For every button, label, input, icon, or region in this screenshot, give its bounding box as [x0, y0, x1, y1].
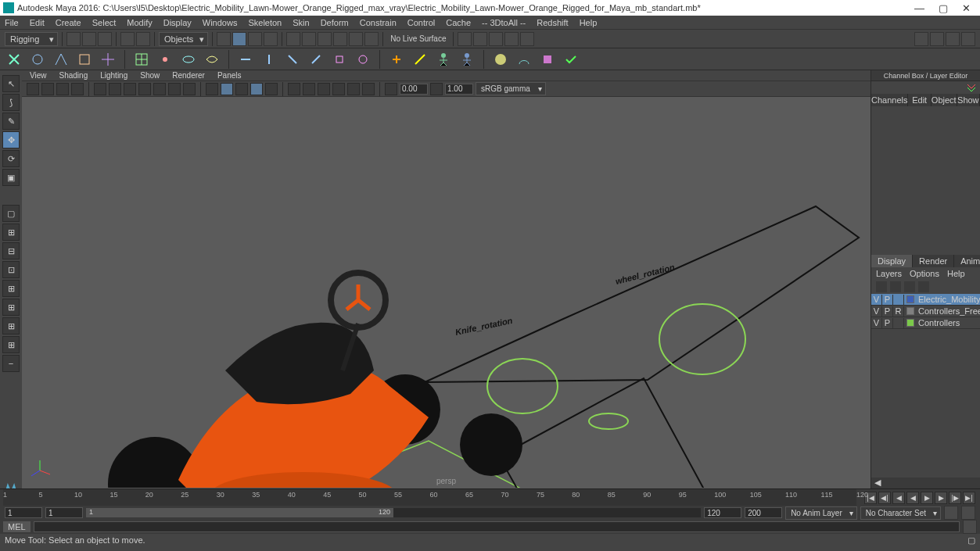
shelf-paint3-icon[interactable]: [538, 50, 557, 69]
channel-tab-object[interactable]: Object: [932, 94, 957, 106]
layout-four[interactable]: ⊞: [2, 224, 20, 241]
panel-layout-1-button[interactable]: [914, 32, 928, 46]
range-slider[interactable]: [86, 508, 701, 517]
time-ruler[interactable]: 1510152025303540455055606570758085909510…: [3, 489, 856, 506]
panel-menu-view[interactable]: View: [30, 71, 47, 80]
layer-play[interactable]: P: [882, 295, 893, 305]
menu-help[interactable]: Help: [580, 18, 598, 27]
layer-menu-help[interactable]: Help: [947, 269, 965, 278]
selection-mode[interactable]: Objects: [159, 32, 208, 46]
cmd-input[interactable]: [34, 521, 960, 532]
layer-move-up[interactable]: [876, 281, 887, 292]
menu-modify[interactable]: Modify: [127, 18, 152, 27]
layer-tab-anim[interactable]: Anim: [954, 255, 980, 267]
vp-textured[interactable]: [235, 83, 248, 95]
vp-resolution-gate[interactable]: [124, 83, 136, 95]
vp-bookmark[interactable]: [56, 83, 69, 95]
menu-control[interactable]: Control: [407, 18, 435, 27]
play-forward-button[interactable]: ▶: [921, 492, 933, 504]
vp-aa[interactable]: [362, 83, 375, 95]
menu-skeleton[interactable]: Skeleton: [248, 18, 282, 27]
layer-play[interactable]: P: [882, 318, 893, 328]
layout-add[interactable]: −: [2, 355, 20, 372]
vp-safe-title[interactable]: [183, 83, 196, 95]
step-back-button[interactable]: ◀: [892, 492, 905, 504]
render-view-button[interactable]: [504, 32, 519, 46]
menu-create[interactable]: Create: [56, 18, 81, 27]
layer-menu-layers[interactable]: Layers: [876, 269, 902, 278]
layer-vis[interactable]: V: [871, 306, 882, 317]
menu-select[interactable]: Select: [92, 18, 117, 27]
menu-file[interactable]: File: [5, 18, 19, 27]
undo-button[interactable]: [120, 32, 135, 46]
layer-row[interactable]: VPRControllers_Freeze: [871, 306, 980, 317]
channel-tab-channels[interactable]: Channels: [871, 94, 908, 106]
menu-windows[interactable]: Windows: [203, 18, 238, 27]
layer-move-down[interactable]: [890, 281, 901, 292]
shelf-human2-icon[interactable]: [458, 50, 476, 69]
menu-constrain[interactable]: Constrain: [360, 18, 397, 27]
vp-isolate[interactable]: [288, 83, 300, 95]
vp-wireframe[interactable]: [206, 83, 218, 95]
history-opt-button[interactable]: [333, 32, 347, 46]
layout-custom1[interactable]: ⊞: [2, 299, 20, 316]
snap-grid-button[interactable]: [217, 32, 231, 46]
snap-plane-button[interactable]: [264, 32, 278, 46]
channel-tab-show[interactable]: Show: [957, 94, 980, 106]
vp-gamma-icon[interactable]: [430, 83, 443, 95]
range-end-input[interactable]: [745, 507, 782, 518]
vp-select-camera[interactable]: [27, 83, 39, 95]
layout-single[interactable]: ▢: [2, 205, 20, 222]
shelf-paint1-icon[interactable]: [491, 50, 510, 69]
snap-point-button[interactable]: [248, 32, 262, 46]
shelf-wand-icon[interactable]: [411, 50, 429, 69]
menu-cache[interactable]: Cache: [446, 18, 471, 27]
vp-image-plane[interactable]: [71, 83, 84, 95]
rotate-tool[interactable]: ⟳: [2, 150, 20, 167]
vp-ao[interactable]: [332, 83, 345, 95]
menu-display[interactable]: Display: [163, 18, 192, 27]
vp-safe-action[interactable]: [168, 83, 181, 95]
layer-ref[interactable]: R: [893, 306, 904, 317]
ipr-button[interactable]: [473, 32, 487, 46]
layout-two-h[interactable]: ⊟: [2, 242, 20, 259]
layer-color[interactable]: [906, 295, 914, 303]
maximize-button[interactable]: ▢: [939, 2, 948, 14]
viewport[interactable]: Knife_rotation wheel_rotation persp: [22, 97, 871, 488]
character-set-dropdown[interactable]: No Character Set: [860, 506, 941, 520]
shelf-constraint4-icon[interactable]: [307, 50, 325, 69]
shelf-check-icon[interactable]: [562, 50, 580, 69]
step-back-key-button[interactable]: ◀|: [878, 492, 891, 504]
layer-new-empty[interactable]: [904, 281, 915, 292]
layer-tab-render[interactable]: Render: [913, 255, 954, 267]
layer-color[interactable]: [906, 319, 914, 327]
vp-motion-blur[interactable]: [347, 83, 360, 95]
range-start-input[interactable]: [5, 507, 42, 518]
step-forward-key-button[interactable]: |▶: [949, 492, 961, 504]
auto-key-button[interactable]: [944, 506, 958, 520]
vp-colorspace[interactable]: sRGB gamma: [476, 82, 546, 95]
render-button[interactable]: [458, 32, 472, 46]
playback-start-input[interactable]: [45, 507, 83, 518]
history-toggle-button[interactable]: [318, 32, 332, 46]
vp-grid[interactable]: [94, 83, 106, 95]
script-editor-button[interactable]: [963, 520, 977, 534]
shelf-bind-icon[interactable]: [75, 50, 94, 69]
panel-collapse-icon[interactable]: ◀: [871, 478, 980, 488]
layer-new-selected[interactable]: [918, 281, 929, 292]
redo-button[interactable]: [136, 32, 150, 46]
render-settings-button[interactable]: [489, 32, 503, 46]
shelf-skeleton-icon[interactable]: [5, 50, 23, 69]
shelf-constraint1-icon[interactable]: [236, 50, 255, 69]
panel-layout-4-button[interactable]: [961, 32, 975, 46]
vp-lights[interactable]: [250, 83, 263, 95]
shelf-blend-icon[interactable]: [203, 50, 221, 69]
vp-gate-mask[interactable]: [138, 83, 151, 95]
panel-menu-show[interactable]: Show: [140, 71, 160, 80]
shelf-cluster-icon[interactable]: [156, 50, 174, 69]
panel-menu-panels[interactable]: Panels: [217, 71, 242, 80]
batch-render-button[interactable]: [520, 32, 534, 46]
vp-gamma-input[interactable]: [445, 84, 473, 95]
shelf-constraint5-icon[interactable]: [330, 50, 349, 69]
layer-play[interactable]: P: [882, 306, 893, 317]
